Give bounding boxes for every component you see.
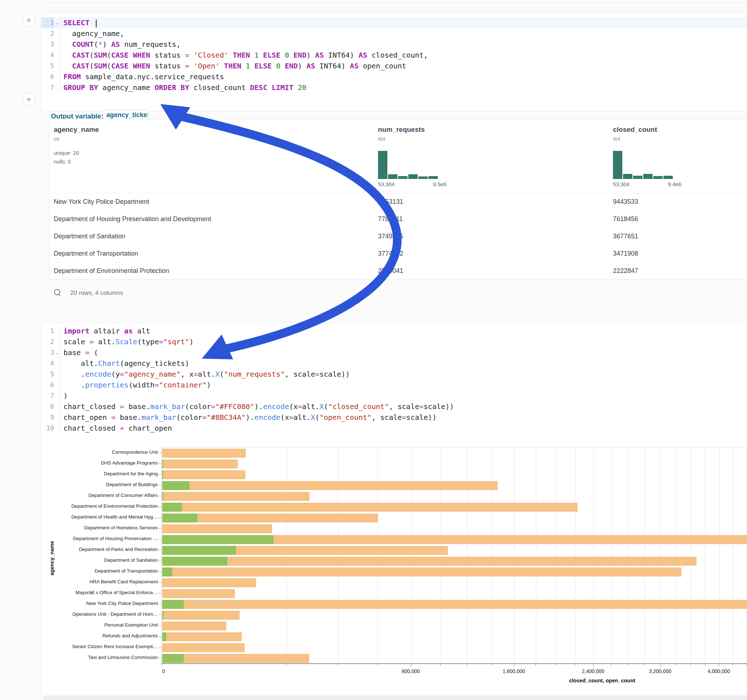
table-cell: 9443533 xyxy=(613,193,638,210)
x-axis-minor-tick xyxy=(440,664,441,666)
open-count-bar[interactable] xyxy=(162,481,189,490)
open-count-bar[interactable] xyxy=(162,503,182,512)
table-row[interactable]: Department of Sanitation37494853677651 xyxy=(49,228,747,245)
open-count-bar[interactable] xyxy=(162,513,198,522)
search-icon[interactable] xyxy=(54,289,60,295)
table-row[interactable]: Department of Housing Preservation and D… xyxy=(49,210,747,228)
code-token: AS xyxy=(306,62,315,70)
x-axis-minor-tick xyxy=(467,664,467,666)
code-token: = xyxy=(120,370,124,379)
table-row[interactable]: Department of Environmental Protection22… xyxy=(49,262,747,280)
code-line[interactable]: ) xyxy=(64,390,747,401)
closed-count-bar[interactable] xyxy=(162,654,309,663)
closed-count-bar[interactable] xyxy=(162,449,246,458)
open-count-bar[interactable] xyxy=(162,632,166,641)
closed-count-bar[interactable] xyxy=(162,481,497,490)
closed-count-bar[interactable] xyxy=(162,578,256,587)
table-cell: 3471908 xyxy=(613,245,638,262)
code-token: = xyxy=(202,413,207,422)
gridline xyxy=(378,448,378,663)
open-count-bar[interactable] xyxy=(162,492,163,501)
table-row[interactable]: Department of Transportation377489234719… xyxy=(49,245,747,262)
column-header[interactable]: num_requests xyxy=(378,126,425,134)
sql-code-editor[interactable]: 1⌄SELECT 2 agency_name,3 COUNT(*) AS num… xyxy=(41,17,747,96)
column-header[interactable]: agency_name xyxy=(54,126,99,134)
code-line[interactable]: COUNT(*) AS num_requests, xyxy=(64,39,747,50)
closed-count-bar[interactable] xyxy=(162,622,226,631)
line-number: 2 xyxy=(42,28,54,39)
closed-count-bar[interactable] xyxy=(162,557,697,566)
code-token: import xyxy=(64,327,89,335)
python-code-editor[interactable]: 1import altair as alt2scale = alt.Scale(… xyxy=(41,326,747,438)
code-line[interactable]: chart_closed = base.mark_bar(color="#FFC… xyxy=(64,401,747,412)
add-cell-button[interactable]: + xyxy=(22,14,35,27)
closed-count-bar[interactable] xyxy=(162,524,272,533)
code-line[interactable]: FROM sample_data.nyc.service_requests xyxy=(64,71,747,82)
column-header[interactable]: closed_count xyxy=(613,126,657,134)
code-line[interactable]: base = ( xyxy=(64,347,747,358)
closed-count-bar[interactable] xyxy=(162,611,240,620)
code-token: alt. xyxy=(198,370,215,379)
line-number: 4 xyxy=(42,358,54,369)
open-count-bar[interactable] xyxy=(162,654,184,663)
code-token: ( xyxy=(89,348,98,357)
code-token: AS xyxy=(111,40,120,48)
x-axis-minor-tick xyxy=(491,664,491,666)
open-count-bar[interactable] xyxy=(162,611,163,620)
code-line[interactable]: agency_name, xyxy=(64,28,747,39)
closed-count-bar[interactable] xyxy=(162,600,747,609)
code-line[interactable]: .encode(y="agency_name", x=alt.X("num_re… xyxy=(64,369,747,380)
code-token: encode xyxy=(263,402,289,411)
code-line[interactable]: SELECT xyxy=(64,17,747,28)
code-line[interactable]: GROUP BY agency_name ORDER BY closed_cou… xyxy=(64,82,747,93)
closed-count-bar[interactable] xyxy=(162,643,245,652)
add-cell-button[interactable]: + xyxy=(22,93,35,106)
open-count-bar[interactable] xyxy=(162,470,163,479)
open-count-bar[interactable] xyxy=(162,459,163,468)
gridline xyxy=(645,448,645,663)
y-axis-category-label: Department of Homeless Services xyxy=(46,525,158,530)
code-line[interactable]: CAST(SUM(CASE WHEN status = 'Open' THEN … xyxy=(64,60,747,71)
closed-count-bar[interactable] xyxy=(162,503,578,512)
code-line[interactable]: import altair as alt xyxy=(64,326,747,336)
y-axis-title: agency_name xyxy=(49,541,55,575)
code-token: , scale xyxy=(389,402,419,411)
altair-chart-output: Correspondence UnitDHS Advantage Program… xyxy=(41,442,747,690)
table-cell: Department of Sanitation xyxy=(54,228,126,245)
y-axis-tick xyxy=(159,528,161,529)
code-token: chart_open xyxy=(124,424,172,433)
code-line[interactable]: .properties(width="container") xyxy=(64,380,747,390)
closed-count-bar[interactable] xyxy=(162,567,681,576)
fold-chevron-icon[interactable]: ⌄ xyxy=(55,20,59,26)
code-token: * xyxy=(98,40,102,48)
open-count-bar[interactable] xyxy=(162,535,274,544)
closed-count-bar[interactable] xyxy=(162,632,242,641)
code-line[interactable]: alt.Chart(agency_tickets) xyxy=(64,358,747,369)
open-count-bar[interactable] xyxy=(162,546,236,555)
code-token: "container" xyxy=(159,381,207,389)
closed-count-bar[interactable] xyxy=(162,459,238,468)
table-cell: 3749485 xyxy=(378,228,403,245)
open-count-bar[interactable] xyxy=(162,567,172,576)
line-number: 7 xyxy=(42,390,54,401)
next-cell-fragment xyxy=(43,695,747,700)
gridline xyxy=(593,448,594,663)
gridline xyxy=(467,448,467,663)
open-count-bar[interactable] xyxy=(162,557,227,566)
closed-count-bar[interactable] xyxy=(162,589,235,598)
code-line[interactable]: chart_open = base.mark_bar(color="#8BC34… xyxy=(64,412,747,423)
fold-chevron-icon[interactable]: ⌄ xyxy=(55,350,59,355)
x-axis-tick-label: 3,200,000 xyxy=(649,668,671,674)
y-axis-category-label: Senior Citizen Rent Increase Exempti… xyxy=(46,644,158,649)
code-line[interactable]: CAST(SUM(CASE WHEN status = 'Closed' THE… xyxy=(64,50,747,60)
code-token: num_requests, xyxy=(120,40,181,48)
table-row[interactable]: New York City Police Department945313194… xyxy=(49,193,747,211)
x-axis-minor-tick xyxy=(733,664,733,666)
open-count-bar[interactable] xyxy=(162,600,184,609)
code-token: closed_count xyxy=(189,83,250,92)
code-line[interactable]: scale = alt.Scale(type="sqrt") xyxy=(64,336,747,347)
code-line[interactable]: chart_closed + chart_open xyxy=(64,423,747,433)
closed-count-bar[interactable] xyxy=(162,470,245,479)
y-axis-category-label: Personal Exemption Unit xyxy=(46,622,158,628)
closed-count-bar[interactable] xyxy=(162,492,310,501)
